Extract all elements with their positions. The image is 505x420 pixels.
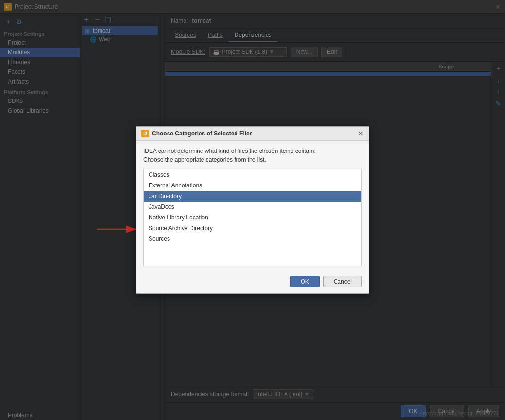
- modal-title-text: Choose Categories of Selected Files: [152, 130, 252, 137]
- category-list: Classes External Annotations Jar Directo…: [143, 169, 362, 266]
- modal-close-button[interactable]: ✕: [358, 130, 364, 137]
- modal-overlay: IJ Choose Categories of Selected Files ✕…: [0, 0, 505, 420]
- modal-desc-line1: IDEA cannot determine what kind of files…: [143, 147, 362, 155]
- modal-ok-button[interactable]: OK: [290, 276, 319, 287]
- category-native-library[interactable]: Native Library Location: [144, 212, 361, 223]
- category-source-archive[interactable]: Source Archive Directory: [144, 223, 361, 234]
- modal-desc-line2: Choose the appropriate categories from t…: [143, 155, 362, 164]
- category-javadocs[interactable]: JavaDocs: [144, 202, 361, 212]
- category-jar-directory[interactable]: Jar Directory: [144, 191, 361, 202]
- modal-title-bar: IJ Choose Categories of Selected Files ✕: [136, 127, 369, 141]
- arrow-svg: [97, 223, 141, 235]
- modal-icon: IJ: [141, 130, 149, 137]
- modal-cancel-button[interactable]: Cancel: [323, 276, 362, 287]
- category-sources[interactable]: Sources: [144, 234, 361, 244]
- category-external-annotations[interactable]: External Annotations: [144, 180, 361, 191]
- category-classes[interactable]: Classes: [144, 169, 361, 180]
- arrow-indicator: [97, 223, 141, 237]
- modal-body: IDEA cannot determine what kind of files…: [136, 141, 369, 272]
- modal-dialog: IJ Choose Categories of Selected Files ✕…: [136, 126, 369, 294]
- modal-title: IJ Choose Categories of Selected Files: [141, 130, 252, 137]
- modal-footer: OK Cancel: [136, 272, 369, 293]
- modal-description: IDEA cannot determine what kind of files…: [143, 147, 362, 164]
